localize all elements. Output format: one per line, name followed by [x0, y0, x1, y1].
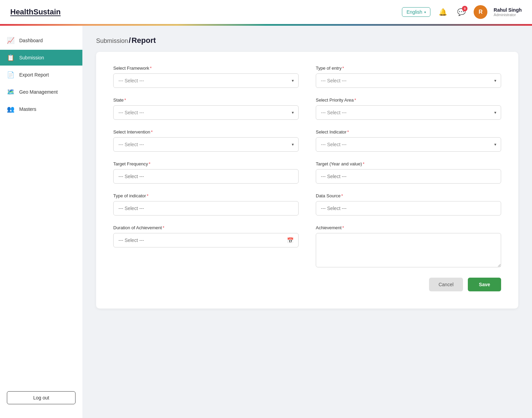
form-row-1: Select Framework* --- Select --- ▾ Type … — [113, 66, 501, 88]
sidebar-bottom: Log out — [0, 384, 82, 411]
export-report-icon: 📄 — [7, 71, 14, 79]
select-framework-input[interactable]: --- Select --- — [113, 73, 299, 88]
form-row-4: Target Frequency* Target (Year and value… — [113, 161, 501, 184]
duration-achievement-input[interactable] — [113, 233, 299, 247]
bell-icon: 🔔 — [439, 8, 447, 16]
user-info: Rahul Singh Administrator — [494, 7, 522, 17]
sidebar-item-dashboard[interactable]: 📈 Dashboard — [0, 33, 82, 48]
label-data-source: Data Source* — [316, 193, 501, 198]
logo: HealthSustain — [10, 8, 61, 16]
dashboard-icon: 📈 — [7, 37, 14, 44]
language-label: English — [406, 9, 422, 15]
submission-icon: 📋 — [7, 54, 14, 61]
label-priority-area: Select Priority Area* — [316, 97, 501, 103]
field-indicator: Select Indicator* --- Select --- ▾ — [316, 129, 501, 152]
sidebar-label-export-report: Export Report — [19, 72, 49, 78]
sidebar-item-geo-management[interactable]: 🗺️ Geo Management — [0, 84, 82, 100]
type-indicator-input[interactable] — [113, 201, 299, 216]
breadcrumb-current: Report — [131, 36, 156, 45]
sidebar-item-masters[interactable]: 👥 Masters — [0, 101, 82, 117]
field-achievement: Achievement* — [316, 225, 501, 267]
label-type-indicator: Type of indicator* — [113, 193, 299, 198]
user-role: Administrator — [494, 13, 522, 17]
sidebar-item-export-report[interactable]: 📄 Export Report — [0, 67, 82, 83]
header-right: English ▾ 🔔 💬 0 R Rahul Singh Administra… — [402, 5, 522, 19]
label-type-of-entry: Type of entry* — [316, 66, 501, 71]
sidebar: 📈 Dashboard 📋 Submission 📄 Export Report… — [0, 26, 82, 418]
field-select-framework: Select Framework* --- Select --- ▾ — [113, 66, 299, 88]
layout: 📈 Dashboard 📋 Submission 📄 Export Report… — [0, 26, 532, 418]
field-data-source: Data Source* — [316, 193, 501, 216]
message-badge: 0 — [462, 6, 467, 11]
main-content: Submission/Report Select Framework* --- … — [82, 26, 532, 418]
select-wrapper-state: --- Select --- ▾ — [113, 105, 299, 120]
save-button[interactable]: Save — [468, 278, 501, 291]
select-wrapper-indicator: --- Select --- ▾ — [316, 137, 501, 152]
field-priority-area: Select Priority Area* --- Select --- ▾ — [316, 97, 501, 120]
select-wrapper-intervention: --- Select --- ▾ — [113, 137, 299, 152]
masters-icon: 👥 — [7, 105, 14, 113]
chevron-down-icon: ▾ — [424, 10, 426, 14]
header: HealthSustain English ▾ 🔔 💬 0 R Rahul Si… — [0, 0, 532, 24]
user-name: Rahul Singh — [494, 7, 522, 13]
cancel-button[interactable]: Cancel — [429, 278, 463, 291]
field-state: State* --- Select --- ▾ — [113, 97, 299, 120]
sidebar-label-dashboard: Dashboard — [19, 38, 43, 43]
avatar: R — [474, 5, 487, 19]
form-card: Select Framework* --- Select --- ▾ Type … — [96, 52, 518, 309]
sidebar-label-geo-management: Geo Management — [19, 89, 58, 95]
calendar-wrapper-duration: 📅 — [113, 233, 299, 247]
label-duration-achievement: Duration of Achievement* — [113, 225, 299, 230]
select-intervention-input[interactable]: --- Select --- — [113, 137, 299, 152]
messages-button[interactable]: 💬 0 — [455, 6, 467, 18]
field-duration-achievement: Duration of Achievement* 📅 — [113, 225, 299, 267]
target-year-value-input[interactable] — [316, 169, 501, 184]
label-indicator: Select Indicator* — [316, 129, 501, 135]
breadcrumb: Submission/Report — [96, 36, 518, 45]
select-wrapper-priority-area: --- Select --- ▾ — [316, 105, 501, 120]
data-source-input[interactable] — [316, 201, 501, 216]
sidebar-item-submission[interactable]: 📋 Submission — [0, 50, 82, 66]
target-frequency-input[interactable] — [113, 169, 299, 184]
label-target-frequency: Target Frequency* — [113, 161, 299, 166]
select-priority-area-input[interactable]: --- Select --- — [316, 105, 501, 120]
form-actions: Cancel Save — [113, 278, 501, 291]
field-intervention: Select Intervention* --- Select --- ▾ — [113, 129, 299, 152]
select-wrapper-type-entry: --- Select --- ▾ — [316, 73, 501, 88]
select-wrapper-framework: --- Select --- ▾ — [113, 73, 299, 88]
label-intervention: Select Intervention* — [113, 129, 299, 135]
field-target-year-value: Target (Year and value)* — [316, 161, 501, 184]
label-select-framework: Select Framework* — [113, 66, 299, 71]
select-state-input[interactable]: --- Select --- — [113, 105, 299, 120]
logout-button[interactable]: Log out — [7, 391, 76, 404]
breadcrumb-parent: Submission — [96, 37, 128, 44]
select-type-entry-input[interactable]: --- Select --- — [316, 73, 501, 88]
form-row-5: Type of indicator* Data Source* — [113, 193, 501, 216]
field-type-indicator: Type of indicator* — [113, 193, 299, 216]
sidebar-nav: 📈 Dashboard 📋 Submission 📄 Export Report… — [0, 33, 82, 117]
form-row-3: Select Intervention* --- Select --- ▾ Se… — [113, 129, 501, 152]
label-state: State* — [113, 97, 299, 103]
achievement-textarea[interactable] — [316, 233, 501, 267]
notification-bell[interactable]: 🔔 — [437, 6, 449, 18]
label-achievement: Achievement* — [316, 225, 501, 230]
form-row-2: State* --- Select --- ▾ Select Priority … — [113, 97, 501, 120]
field-target-frequency: Target Frequency* — [113, 161, 299, 184]
geo-management-icon: 🗺️ — [7, 88, 14, 96]
select-indicator-input[interactable]: --- Select --- — [316, 137, 501, 152]
label-target-year-value: Target (Year and value)* — [316, 161, 501, 166]
field-type-of-entry: Type of entry* --- Select --- ▾ — [316, 66, 501, 88]
language-selector[interactable]: English ▾ — [402, 7, 430, 17]
breadcrumb-separator: / — [129, 36, 131, 45]
sidebar-label-submission: Submission — [19, 55, 44, 60]
form-row-6: Duration of Achievement* 📅 Achievement* — [113, 225, 501, 267]
sidebar-label-masters: Masters — [19, 106, 36, 112]
